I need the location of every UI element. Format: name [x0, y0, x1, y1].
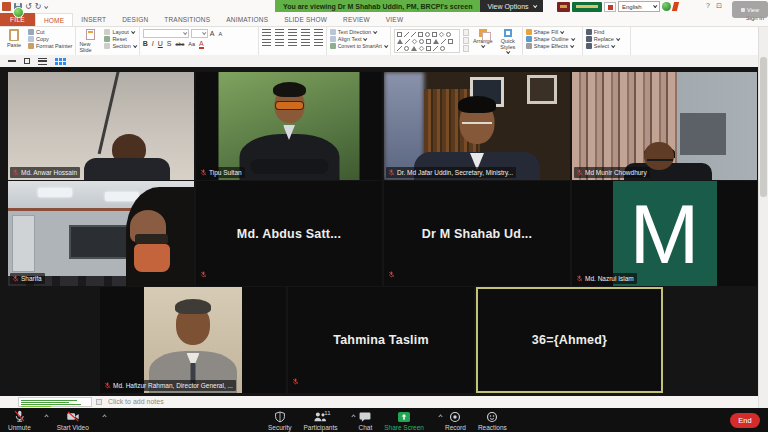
align-text-button[interactable]: Align Text	[330, 36, 367, 42]
bangla-keyboard-icon[interactable]	[572, 2, 602, 12]
video-tile-ahmed-active-speaker[interactable]: 36={Ahmed}	[476, 287, 663, 393]
camera-icon	[741, 8, 745, 12]
ime-icon[interactable]	[557, 2, 570, 12]
tab-insert[interactable]: INSERT	[73, 13, 114, 26]
notes-placeholder[interactable]: Click to add notes	[108, 398, 164, 405]
section-button[interactable]: Section	[104, 43, 135, 49]
layout-button[interactable]: Layout	[104, 29, 135, 35]
quick-styles-button[interactable]: Quick Styles	[497, 29, 519, 54]
reactions-button[interactable]: Reactions	[478, 410, 507, 431]
video-tile-tipu-sultan[interactable]: Tipu Sultan	[196, 72, 382, 180]
replace-button[interactable]: Replace	[586, 36, 619, 42]
numbering-icon[interactable]	[275, 29, 284, 36]
new-slide-button[interactable]: New Slide	[79, 29, 101, 53]
language-orb-icon[interactable]	[662, 2, 671, 11]
input-method-icon[interactable]	[604, 2, 616, 12]
record-button[interactable]: Record	[445, 410, 466, 431]
tab-transitions[interactable]: TRANSITIONS	[156, 13, 218, 26]
align-center-icon[interactable]	[275, 39, 284, 46]
shape-outline-button[interactable]: Shape Outline	[526, 36, 574, 42]
chevron-up-icon[interactable]	[102, 414, 106, 418]
columns-icon[interactable]	[314, 39, 323, 46]
shape-fill-button[interactable]: Shape Fill	[526, 29, 563, 35]
font-name-select[interactable]	[143, 29, 189, 38]
slide-thumbnail[interactable]	[18, 397, 92, 407]
scrollbar-thumb[interactable]	[760, 57, 767, 197]
text-shadow-button[interactable]: S	[167, 40, 172, 47]
chevron-up-icon[interactable]	[438, 414, 442, 418]
share-screen-button[interactable]: Share Screen	[384, 410, 433, 431]
video-tile-anwar-hossain[interactable]: Md. Anwar Hossain	[8, 72, 194, 180]
reset-button[interactable]: Reset	[104, 36, 135, 42]
align-right-icon[interactable]	[288, 39, 297, 46]
chevron-up-icon[interactable]	[352, 414, 356, 418]
video-tile-abdus-sattar[interactable]: Md. Abdus Satt...	[196, 181, 382, 286]
shapes-gallery[interactable]	[394, 29, 460, 53]
arrange-button[interactable]: Arrange	[472, 29, 494, 48]
notes-pane-splitter[interactable]	[96, 399, 102, 405]
line-spacing-icon[interactable]	[314, 29, 323, 36]
gallery-view-icon[interactable]	[55, 58, 66, 65]
convert-smartart-button[interactable]: Convert to SmartArt	[330, 43, 387, 49]
tab-slide-show[interactable]: SLIDE SHOW	[276, 13, 335, 26]
paste-button[interactable]: Paste	[3, 29, 25, 48]
chat-button[interactable]: Chat	[358, 410, 372, 431]
reactions-smiley-icon	[486, 411, 498, 423]
tab-review[interactable]: REVIEW	[335, 13, 378, 26]
video-tile-nazrul-islam[interactable]: M Md. Nazrul Islam	[572, 181, 757, 286]
vertical-scrollbar[interactable]	[758, 27, 768, 408]
unmute-button[interactable]: Unmute	[8, 410, 39, 431]
italic-button[interactable]: I	[152, 40, 154, 47]
speaker-view-icon[interactable]	[24, 58, 30, 64]
strip-view-icon[interactable]	[38, 58, 47, 65]
video-tile-hafizur-rahman[interactable]: Md. Hafizur Rahman, Director General, ..…	[100, 287, 286, 393]
shapes-gallery-scroll[interactable]	[463, 29, 469, 52]
cut-button[interactable]: Cut	[28, 29, 72, 35]
bold-button[interactable]: B	[143, 40, 148, 47]
bullets-icon[interactable]	[262, 29, 271, 36]
change-case-button[interactable]: Aa	[188, 41, 195, 47]
video-tile-tahmina-taslim[interactable]: Tahmina Taslim	[288, 287, 474, 393]
mic-muted-icon	[200, 168, 207, 177]
tab-home[interactable]: HOME	[35, 13, 73, 26]
video-tile-jafar-uddin[interactable]: Dr. Md Jafar Uddin, Secretary, Ministry.…	[384, 72, 570, 180]
underline-button[interactable]: U	[158, 40, 163, 47]
help-icon[interactable]: ?	[706, 2, 710, 9]
minimize-view-icon[interactable]	[8, 60, 16, 62]
video-tile-sharifa[interactable]: Sharifa	[8, 181, 194, 286]
font-size-select[interactable]	[191, 29, 208, 38]
copy-button[interactable]: Copy	[28, 36, 72, 42]
undo-icon[interactable]: ↺	[25, 2, 32, 11]
participants-button[interactable]: 11 Participants	[303, 410, 346, 431]
justify-icon[interactable]	[301, 39, 310, 46]
indent-decrease-icon[interactable]	[288, 29, 297, 36]
video-tile-shahab-uddin[interactable]: Dr M Shahab Ud...	[384, 181, 570, 286]
select-button[interactable]: Select	[586, 43, 614, 49]
video-tile-munir-chowdhury[interactable]: Md Munir Chowdhury	[572, 72, 757, 180]
language-select[interactable]: English	[618, 1, 660, 12]
tab-view[interactable]: VIEW	[378, 13, 411, 26]
format-painter-button[interactable]: Format Painter	[28, 43, 72, 49]
strikethrough-button[interactable]: abc	[175, 41, 184, 47]
shrink-font-button[interactable]: A	[218, 31, 222, 37]
language-tool-icon[interactable]	[672, 2, 679, 11]
indent-increase-icon[interactable]	[301, 29, 310, 36]
start-video-button[interactable]: Start Video	[57, 410, 97, 431]
qat-customize-chevron-icon[interactable]	[44, 4, 47, 10]
end-meeting-button[interactable]: End	[730, 413, 760, 428]
tab-animations[interactable]: ANIMATIONS	[218, 13, 276, 26]
participant-name-label: Tipu Sultan	[198, 167, 245, 178]
grow-font-button[interactable]: A	[210, 30, 215, 37]
tab-design[interactable]: DESIGN	[114, 13, 156, 26]
redo-icon[interactable]: ↻	[35, 2, 42, 11]
zoom-floating-overlay[interactable]: View	[732, 1, 768, 18]
find-button[interactable]: Find	[586, 29, 605, 35]
align-left-icon[interactable]	[262, 39, 271, 46]
font-color-button[interactable]: A	[199, 40, 204, 49]
view-options-button[interactable]: View Options	[480, 0, 542, 12]
shape-effects-button[interactable]: Shape Effects	[526, 43, 573, 49]
ribbon-display-options-icon[interactable]: ⊡	[716, 2, 722, 10]
text-direction-button[interactable]: Text Direction	[330, 29, 376, 35]
security-button[interactable]: Security	[268, 410, 291, 431]
chevron-up-icon[interactable]	[44, 414, 48, 418]
